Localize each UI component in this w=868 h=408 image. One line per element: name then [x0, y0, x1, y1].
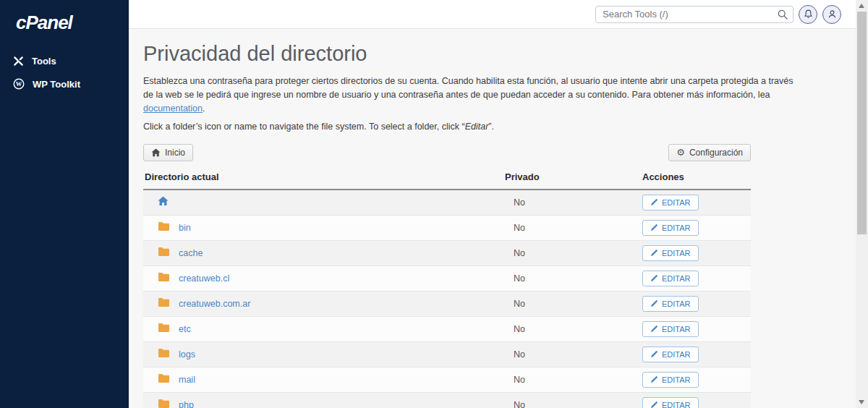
table-header-row: Directorio actual Privado Acciones: [143, 166, 751, 190]
home-icon: [151, 148, 161, 157]
documentation-link[interactable]: documentation: [143, 103, 203, 114]
topbar: [129, 0, 856, 29]
folder-name-link[interactable]: logs: [179, 349, 195, 360]
folder-name-link[interactable]: php: [179, 400, 194, 408]
sidebar-item-wp-toolkit[interactable]: W WP Toolkit: [0, 72, 129, 95]
scroll-up-arrow[interactable]: [859, 4, 864, 8]
pencil-icon: [650, 274, 658, 282]
home-button[interactable]: Inicio: [143, 144, 193, 161]
edit-button[interactable]: EDITAR: [642, 220, 699, 236]
directory-table: Directorio actual Privado Acciones No ED…: [143, 166, 751, 408]
sidebar-item-tools[interactable]: Tools: [0, 50, 129, 72]
edit-button[interactable]: EDITAR: [642, 271, 699, 286]
folder-icon: [158, 272, 170, 282]
sidebar-item-label: WP Toolkit: [33, 79, 80, 90]
user-icon: [827, 9, 837, 19]
column-header-directory: Directorio actual: [143, 166, 505, 190]
pencil-icon: [650, 350, 658, 358]
folder-name-link[interactable]: creatuweb.com.ar: [179, 299, 250, 309]
table-row: logs No EDITAR: [143, 341, 751, 367]
edit-button[interactable]: EDITAR: [642, 245, 699, 261]
table-toolbar: Inicio ⚙ Configuración: [143, 143, 751, 161]
column-header-private: Privado: [505, 166, 642, 190]
table-row: php No EDITAR: [143, 392, 751, 408]
account-button[interactable]: [822, 5, 841, 24]
folder-icon: [158, 297, 170, 307]
pencil-icon: [650, 198, 658, 206]
folder-icon: [158, 348, 170, 358]
page-description: Establezca una contraseña para proteger …: [143, 75, 800, 116]
pencil-icon: [650, 375, 658, 383]
table-row: mail No EDITAR: [143, 367, 751, 392]
home-icon: [158, 196, 169, 206]
private-value: No: [505, 316, 642, 341]
private-value: No: [505, 190, 642, 215]
edit-button[interactable]: EDITAR: [642, 296, 699, 312]
edit-button[interactable]: EDITAR: [642, 347, 699, 362]
edit-button[interactable]: EDITAR: [642, 195, 699, 211]
tools-icon: [13, 56, 24, 67]
pencil-icon: [650, 325, 658, 333]
settings-button[interactable]: ⚙ Configuración: [668, 144, 751, 161]
table-row: No EDITAR: [143, 190, 751, 215]
page-title: Privacidad del directorio: [143, 42, 856, 65]
folder-name-link[interactable]: creatuweb.cl: [179, 273, 229, 284]
directory-table-body: No EDITAR bin No EDITAR c: [143, 190, 751, 408]
table-row: cache No EDITAR: [143, 240, 751, 265]
pencil-icon: [650, 401, 658, 408]
pencil-icon: [650, 224, 658, 231]
column-header-actions: Acciones: [642, 166, 751, 190]
pencil-icon: [650, 249, 658, 257]
table-row: creatuweb.com.ar No EDITAR: [143, 291, 751, 316]
sidebar-item-label: Tools: [32, 56, 56, 67]
pencil-icon: [650, 299, 658, 307]
search-box: [595, 6, 793, 23]
navigation-instruction: Click a folder’s icon or name to navigat…: [143, 122, 856, 132]
private-value: No: [505, 392, 642, 408]
folder-name-link[interactable]: cache: [179, 248, 203, 258]
wordpress-icon: W: [13, 78, 25, 90]
edit-button[interactable]: EDITAR: [642, 397, 699, 408]
bell-icon: [804, 9, 813, 19]
cpanel-logo[interactable]: cPanel: [0, 0, 129, 34]
gear-icon: ⚙: [676, 148, 685, 157]
folder-icon: [158, 373, 170, 383]
private-value: No: [505, 291, 642, 316]
private-value: No: [505, 341, 642, 367]
search-input[interactable]: [595, 6, 793, 23]
vertical-scrollbar[interactable]: [856, 0, 868, 408]
private-value: No: [505, 265, 642, 291]
folder-icon: [158, 247, 170, 257]
main-content: Privacidad del directorio Establezca una…: [129, 30, 856, 408]
table-row: creatuweb.cl No EDITAR: [143, 265, 751, 291]
folder-name-link[interactable]: mail: [179, 375, 195, 385]
private-value: No: [505, 240, 642, 265]
scrollbar-thumb[interactable]: [857, 12, 867, 234]
table-row: bin No EDITAR: [143, 215, 751, 240]
edit-button[interactable]: EDITAR: [642, 321, 699, 337]
edit-button[interactable]: EDITAR: [642, 372, 699, 388]
folder-icon: [158, 399, 170, 408]
svg-text:W: W: [16, 80, 22, 88]
folder-name-link[interactable]: etc: [179, 324, 191, 334]
private-value: No: [505, 215, 642, 240]
folder-icon: [158, 221, 170, 231]
folder-name-link[interactable]: bin: [179, 223, 191, 233]
sidebar: cPanel Tools W WP Toolkit: [0, 0, 129, 408]
folder-icon: [158, 323, 170, 333]
notifications-button[interactable]: [799, 5, 817, 24]
search-icon[interactable]: [778, 9, 788, 20]
table-row: etc No EDITAR: [143, 316, 751, 341]
scroll-down-arrow[interactable]: [859, 400, 864, 404]
private-value: No: [505, 367, 642, 392]
